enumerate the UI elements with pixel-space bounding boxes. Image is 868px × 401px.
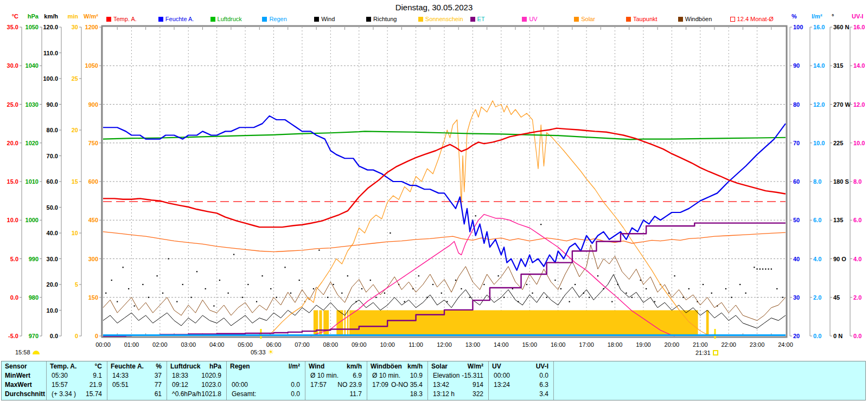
axis-tick-label: 1040 [25, 62, 39, 69]
table-cell-value: 0.0 [291, 381, 305, 389]
x-axis-label: 04:00 [209, 341, 225, 348]
sunshine-bar [349, 311, 698, 337]
axis-tick-label: 2.0 [853, 294, 861, 301]
axis-unit-label: UV-I [852, 13, 863, 20]
table-column-name: UV [489, 363, 501, 370]
chart-plot: °C35.030.025.020.015.010.05.00.0-5.0hPa1… [0, 0, 868, 359]
axis-tick-label: 20 [72, 127, 78, 133]
direction-dot [569, 301, 570, 302]
axis-tick-label: 14.0 [853, 62, 865, 69]
sensor-table: SensorMinWertMaxWertDurchschnittTemp. A.… [1, 361, 866, 400]
table-row-label: MaxWert [2, 380, 46, 389]
axis-tick-label: 20.0 [47, 281, 58, 288]
axis-tick-label: 70.0 [47, 153, 58, 159]
axis-tick-label: 6.0 [853, 217, 861, 223]
sunrise-sun-icon: ☀ [268, 350, 275, 355]
direction-dot [318, 250, 320, 251]
table-column-name: Regen [227, 363, 250, 370]
table-cell: 18.3 [367, 389, 427, 398]
direction-dot [560, 288, 561, 289]
axis-tick-label: 4.0 [853, 256, 861, 262]
axis-tick-label: 4.0 [813, 256, 821, 262]
table-cell-time: 13:24 [489, 381, 510, 389]
x-axis-label: 00:00 [95, 341, 111, 348]
table-cell: 18:331020.9 [167, 371, 226, 380]
direction-dot [134, 305, 135, 306]
axis-tick-label: 450 [88, 217, 98, 223]
direction-dot [205, 288, 206, 289]
axis-tick-label: 360 N [833, 24, 849, 30]
table-cell: (+ 3.34 )15.74 [47, 389, 107, 398]
axis-tick-label: 10.0 [853, 140, 865, 146]
table-filler-column [554, 361, 865, 400]
table-cell-value: 21.9 [90, 381, 107, 389]
direction-dot [361, 288, 362, 289]
table-cell: Elevation-15.311 [428, 371, 488, 380]
table-cell: 61 [107, 389, 167, 398]
direction-dot [418, 275, 419, 276]
direction-dot [512, 288, 513, 289]
table-cell-time: (+ 3.34 ) [47, 390, 76, 398]
x-axis-label: 23:00 [750, 341, 765, 348]
axis-tick-label: 0 [75, 333, 78, 339]
axis-tick-label: 30 [72, 24, 78, 30]
table-cell-time: 09:12 [167, 381, 188, 389]
direction-dot [261, 275, 263, 276]
axis-tick-label: 25.0 [7, 101, 18, 108]
table-cell-value: 0.0 [539, 372, 553, 379]
direction-dot [111, 280, 112, 281]
table-cell-value: 914 [473, 381, 488, 389]
table-row-label: Durchschnitt [2, 389, 46, 398]
axis-unit-label: ° [832, 13, 834, 20]
axis-Wm: W/m²120010509007506004503001500 [84, 13, 101, 339]
sunset-value: 21:31 [695, 350, 711, 356]
direction-dot [432, 284, 433, 285]
direction-dot [347, 275, 348, 276]
x-axis-label: 22:00 [721, 341, 736, 348]
table-cell: Ø 10 min.6.9 [305, 371, 367, 380]
axis-tick-label: 70 [793, 140, 800, 146]
table-cell-value: 15.74 [86, 390, 107, 398]
axis-tick-label: 1010 [25, 178, 39, 185]
direction-dot [768, 268, 769, 269]
sunshine-bar [347, 311, 349, 337]
table-cell: 15:5721.9 [47, 380, 107, 389]
sunrise-label: 05:33 ☀ [251, 349, 274, 355]
table-column-name: Windböen [367, 363, 402, 370]
table-column-unit: hPa [209, 363, 226, 370]
table-cell: 11.7 [305, 389, 367, 398]
direction-dot [526, 284, 527, 285]
direction-dot [105, 293, 106, 294]
direction-dot [196, 271, 197, 272]
axis-tick-label: 990 [29, 256, 39, 262]
table-cell: Ø 10 min.10.9 [367, 371, 427, 380]
direction-dot [626, 293, 627, 294]
table-cell-value: O-NO 35.4 [391, 381, 427, 389]
table-cell-value: 3.4 [539, 390, 553, 398]
axis-%: %1009080706050403020 [790, 13, 803, 339]
table-cell-value: 1020.9 [201, 372, 226, 379]
table-column-name: Wind [305, 363, 324, 370]
table-cell-time: 17:09 [367, 381, 388, 389]
table-row-label: MinWert [2, 371, 46, 380]
direction-dot [756, 268, 757, 269]
table-column-unit: W/m² [468, 363, 488, 370]
direction-dot [589, 297, 590, 298]
x-axis-label: 03:00 [181, 341, 196, 348]
axis-tick-label: 270 W [833, 101, 851, 108]
axis-tick-label: 5.0 [10, 256, 18, 262]
direction-dot [190, 297, 192, 298]
table-cell: 17:09O-NO 35.4 [367, 380, 427, 389]
axis-tick-label: 25 [72, 75, 78, 82]
direction-dot [219, 280, 220, 281]
table-header-cell: SolarW/m² [428, 361, 488, 371]
x-axis-label: 12:00 [437, 341, 452, 348]
x-axis-label: 02:00 [152, 341, 168, 348]
direction-dot [575, 284, 576, 285]
axis-tick-label: 0.0 [50, 333, 58, 339]
direction-dot [475, 215, 476, 216]
direction-dot [762, 268, 763, 269]
axis-tick-label: 0.0 [813, 333, 821, 339]
day-length-icon [33, 351, 40, 354]
axis-tick-label: 30 [793, 294, 800, 301]
